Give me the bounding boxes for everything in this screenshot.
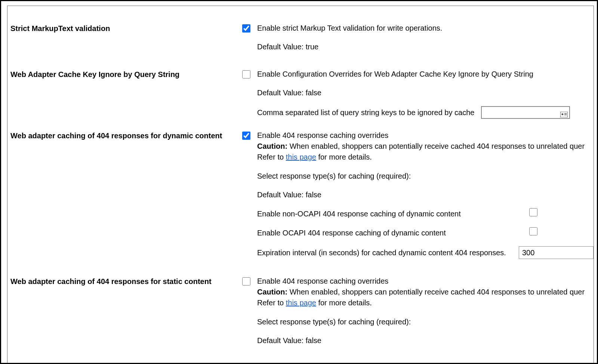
cache-404-dynamic-enable-text: Enable 404 response caching overrides	[257, 131, 388, 139]
cache-key-ignore-list-input[interactable]	[481, 106, 570, 119]
cache-404-dynamic-refer-prefix: Refer to	[257, 153, 286, 161]
cache-404-dynamic-ocapi-checkbox[interactable]	[529, 227, 537, 235]
cache-404-static-caution-prefix: Caution:	[257, 288, 287, 296]
settings-panel: Strict MarkupText validation Enable stri…	[7, 6, 594, 364]
cache-key-ignore-checkbox[interactable]	[242, 70, 250, 78]
setting-row-strict-markup: Strict MarkupText validation Enable stri…	[7, 23, 594, 69]
cache-404-static-link[interactable]: this page	[286, 299, 316, 307]
cache-key-ignore-list-label: Comma separated list of query string key…	[257, 107, 474, 118]
settings-panel-frame: Strict MarkupText validation Enable stri…	[0, 0, 598, 364]
cache-404-dynamic-refer-suffix: for more details.	[316, 153, 372, 161]
setting-label-cache-404-dynamic: Web adapter caching of 404 responses for…	[10, 130, 242, 140]
cache-404-static-refer-suffix: for more details.	[316, 299, 372, 307]
cache-404-static-refer-prefix: Refer to	[257, 299, 286, 307]
cache-404-dynamic-checkbox[interactable]	[242, 132, 250, 140]
cache-404-static-select-text: Select response type(s) for caching (req…	[257, 317, 594, 327]
setting-row-cache-404-static: Web adapter caching of 404 responses for…	[7, 276, 594, 363]
strict-markup-enable-text: Enable strict Markup Text validation for…	[257, 23, 594, 33]
cache-404-dynamic-caution-text: When enabled, shoppers can potentially r…	[287, 142, 585, 150]
cache-404-static-default-text: Default Value: false	[257, 335, 594, 346]
cache-404-dynamic-select-text: Select response type(s) for caching (req…	[257, 171, 594, 181]
cache-404-dynamic-expiration-label: Expiration interval (in seconds) for cac…	[257, 247, 519, 258]
setting-label-cache-404-static: Web adapter caching of 404 responses for…	[10, 276, 242, 286]
setting-row-cache-404-dynamic: Web adapter caching of 404 responses for…	[7, 130, 594, 276]
cache-404-dynamic-link[interactable]: this page	[286, 153, 316, 161]
setting-row-cache-key-ignore: Web Adapter Cache Key Ignore by Query St…	[7, 69, 594, 130]
cache-404-dynamic-default-text: Default Value: false	[257, 189, 594, 200]
strict-markup-checkbox[interactable]	[242, 24, 250, 33]
cache-404-dynamic-expiration-input[interactable]	[519, 246, 594, 259]
cache-key-ignore-enable-text: Enable Configuration Overrides for Web A…	[257, 69, 594, 79]
cache-404-dynamic-non-ocapi-label: Enable non-OCAPI 404 response caching of…	[257, 209, 529, 219]
cache-404-static-checkbox[interactable]	[242, 277, 250, 286]
cache-404-dynamic-caution-prefix: Caution:	[257, 142, 287, 150]
cache-404-dynamic-non-ocapi-checkbox[interactable]	[529, 208, 537, 216]
cache-key-ignore-default-text: Default Value: false	[257, 87, 594, 98]
strict-markup-default-text: Default Value: true	[257, 41, 594, 52]
cache-404-static-enable-text: Enable 404 response caching overrides	[257, 277, 388, 285]
cache-404-dynamic-ocapi-label: Enable OCAPI 404 response caching of dyn…	[257, 228, 529, 238]
cache-404-static-caution-text: When enabled, shoppers can potentially r…	[287, 288, 585, 296]
setting-label-cache-key-ignore: Web Adapter Cache Key Ignore by Query St…	[10, 69, 242, 79]
setting-label-strict-markup: Strict MarkupText validation	[10, 23, 242, 33]
